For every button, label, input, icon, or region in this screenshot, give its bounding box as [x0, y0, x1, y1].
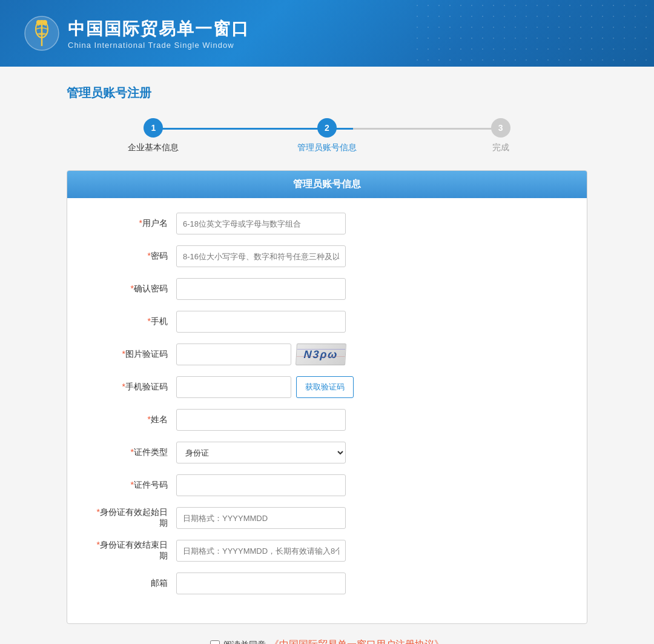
- svg-point-3: [36, 20, 41, 25]
- confirm-password-label: *确认密码: [91, 284, 176, 294]
- step-1-circle: 1: [144, 118, 163, 138]
- phone-label: *手机: [91, 316, 176, 327]
- step-3-label: 完成: [492, 142, 509, 153]
- get-sms-button[interactable]: 获取验证码: [296, 376, 354, 398]
- name-input[interactable]: [176, 409, 346, 431]
- id-type-label: *证件类型: [91, 447, 176, 458]
- header: 中国国际贸易单一窗口 China International Trade Sin…: [0, 0, 654, 67]
- password-label: *密码: [91, 251, 176, 262]
- captcha-image[interactable]: N3ρω: [296, 344, 346, 365]
- captcha-group: N3ρω: [176, 344, 346, 365]
- agreement-text: 阅读并同意: [223, 640, 266, 645]
- phone-row: *手机: [91, 311, 563, 333]
- captcha-label: *图片验证码: [91, 349, 176, 360]
- username-row: *用户名: [91, 213, 563, 234]
- name-row: *姓名: [91, 409, 563, 431]
- id-start-date-row: *身份证有效起始日期: [91, 507, 563, 529]
- step-2-label: 管理员账号信息: [297, 142, 357, 153]
- agreement-checkbox[interactable]: [210, 640, 220, 645]
- email-row: 邮箱: [91, 573, 563, 594]
- id-end-date-input[interactable]: [176, 540, 346, 562]
- step-3-circle: 3: [491, 118, 510, 138]
- step-3: 3 完成: [414, 118, 587, 153]
- email-input[interactable]: [176, 573, 346, 594]
- username-input[interactable]: [176, 213, 346, 234]
- form-card-header: 管理员账号信息: [67, 171, 587, 198]
- id-type-select[interactable]: 身份证 护照 其他: [176, 442, 346, 463]
- agreement-link[interactable]: 《中国国际贸易单一窗口用户注册协议》: [269, 639, 444, 644]
- logo-text-block: 中国国际贸易单一窗口 China International Trade Sin…: [68, 18, 249, 50]
- id-number-row: *证件号码: [91, 474, 563, 496]
- step-1-label: 企业基本信息: [128, 142, 179, 153]
- captcha-input[interactable]: [176, 344, 291, 365]
- logo: 中国国际贸易单一窗口 China International Trade Sin…: [24, 16, 249, 51]
- password-input[interactable]: [176, 245, 346, 267]
- step-2: 2 管理员账号信息: [240, 118, 414, 153]
- id-end-date-row: *身份证有效结束日期: [91, 540, 563, 562]
- confirm-password-row: *确认密码: [91, 278, 563, 300]
- id-number-input[interactable]: [176, 474, 346, 496]
- svg-point-4: [42, 20, 47, 25]
- username-label: *用户名: [91, 218, 176, 229]
- form-card-body: *用户名 *密码 *确认密码 *手机: [67, 198, 587, 623]
- logo-cn: 中国国际贸易单一窗口: [68, 18, 249, 41]
- confirm-password-input[interactable]: [176, 278, 346, 300]
- password-row: *密码: [91, 245, 563, 267]
- id-type-row: *证件类型 身份证 护照 其他: [91, 442, 563, 463]
- logo-icon: [24, 16, 59, 51]
- required-mark: *: [139, 218, 142, 228]
- id-end-date-label: *身份证有效结束日期: [91, 540, 176, 562]
- main-content: 管理员账号注册 1 企业基本信息 2 管理员账号信息 3 完成 管理员账号信息 …: [54, 67, 600, 644]
- logo-en: China International Trade Single Window: [68, 41, 249, 50]
- step-2-circle: 2: [317, 118, 337, 138]
- phone-input[interactable]: [176, 311, 346, 333]
- id-number-label: *证件号码: [91, 480, 176, 491]
- id-start-date-input[interactable]: [176, 507, 346, 529]
- captcha-row: *图片验证码 N3ρω: [91, 344, 563, 365]
- agreement-row: 阅读并同意 《中国国际贸易单一窗口用户注册协议》: [67, 639, 587, 644]
- sms-group: 获取验证码: [176, 376, 346, 398]
- sms-input[interactable]: [176, 376, 291, 398]
- email-label: 邮箱: [91, 578, 176, 589]
- name-label: *姓名: [91, 414, 176, 425]
- steps-indicator: 1 企业基本信息 2 管理员账号信息 3 完成: [67, 118, 587, 153]
- form-card: 管理员账号信息 *用户名 *密码 *确认密码: [67, 170, 587, 624]
- sms-row: *手机验证码 获取验证码: [91, 376, 563, 398]
- step-1: 1 企业基本信息: [67, 118, 240, 153]
- page-title: 管理员账号注册: [67, 85, 587, 101]
- sms-label: *手机验证码: [91, 382, 176, 393]
- id-start-date-label: *身份证有效起始日期: [91, 507, 176, 529]
